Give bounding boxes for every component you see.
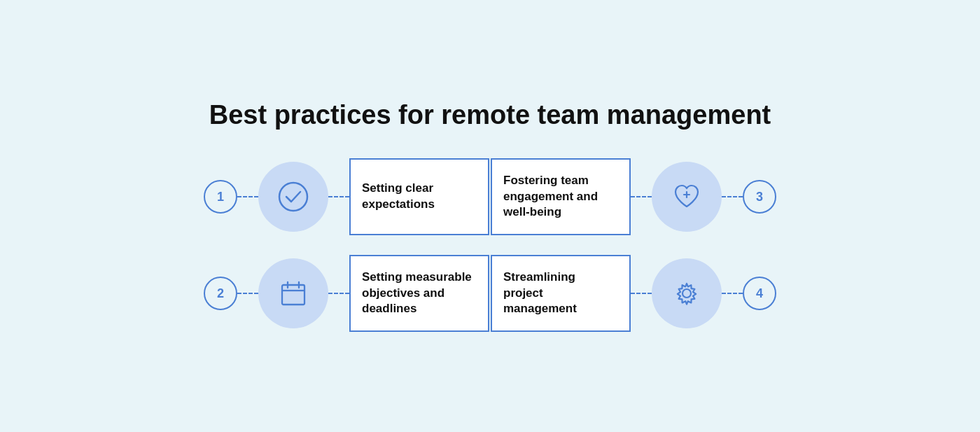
row-2: 2 Setting measurable objectives and dead… xyxy=(204,255,776,332)
icon-circle-heart xyxy=(652,162,722,232)
calendar-icon xyxy=(276,277,310,310)
connector-2d xyxy=(722,293,743,294)
connector-2b xyxy=(328,293,349,294)
number-4: 4 xyxy=(743,277,776,310)
text-box-3: Setting measurable objectives and deadli… xyxy=(349,255,489,332)
page-title: Best practices for remote team managemen… xyxy=(209,100,771,130)
text-box-1: Setting clear expectations xyxy=(349,158,489,235)
connector-2a xyxy=(237,293,258,294)
connector-1a xyxy=(237,196,258,197)
number-2: 2 xyxy=(204,277,237,310)
connector-1d xyxy=(722,196,743,197)
svg-point-7 xyxy=(682,289,691,298)
connector-1c xyxy=(631,196,652,197)
checkmark-icon xyxy=(276,180,310,214)
icon-circle-gear xyxy=(652,258,722,328)
gear-icon xyxy=(670,277,704,310)
svg-rect-3 xyxy=(282,285,304,305)
text-box-2: Fostering team engagement and well-being xyxy=(491,158,631,235)
icon-circle-calendar xyxy=(258,258,328,328)
connector-1b xyxy=(328,196,349,197)
svg-point-0 xyxy=(279,183,307,211)
row-1: 1 Setting clear expectations Fostering t… xyxy=(204,158,776,235)
heart-plus-icon xyxy=(670,180,704,214)
number-3: 3 xyxy=(743,180,776,214)
icon-circle-checkmark xyxy=(258,162,328,232)
rows-container: 1 Setting clear expectations Fostering t… xyxy=(204,158,776,332)
number-1: 1 xyxy=(204,180,237,214)
connector-2c xyxy=(631,293,652,294)
text-box-4: Streamlining project management xyxy=(491,255,631,332)
